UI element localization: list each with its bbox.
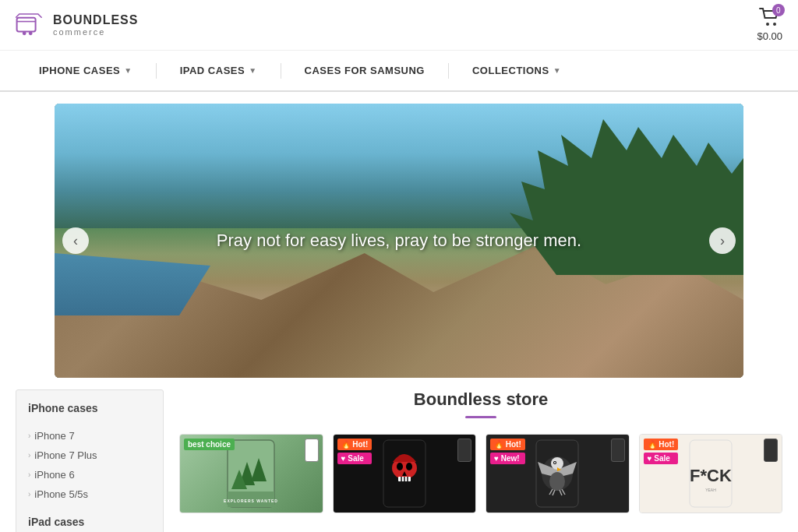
svg-point-13 — [397, 463, 403, 470]
sidebar-ipad-title: iPad cases — [28, 516, 151, 532]
product-card-2[interactable]: 🔥 Hot! ♥ Sale — [333, 434, 477, 513]
sidebar-item-iphone6[interactable]: › iPhone 6 — [28, 465, 151, 484]
logo-commerce: commerce — [53, 27, 138, 37]
nav-ipad-cases[interactable]: IPAD CASES ▼ — [157, 51, 281, 90]
cart-price: $0.00 — [757, 30, 782, 42]
products-grid: best choice EXPLORERS WANTED — [179, 434, 782, 513]
badge-new-3: ♥ New! — [490, 453, 525, 464]
sidebar-item-iphone7[interactable]: › iPhone 7 — [28, 426, 151, 446]
badge-hot-3: 🔥 Hot! — [490, 439, 525, 450]
sidebar-ipad-section: iPad cases › iPad mini 3/ mini 2/ mini ›… — [28, 516, 151, 532]
sidebar-iphone7-label: iPhone 7 — [34, 430, 74, 442]
product-card-1[interactable]: best choice EXPLORERS WANTED — [179, 434, 323, 513]
product-4-phone-indicator — [764, 439, 778, 462]
sidebar-item-iphone5[interactable]: › iPhone 5/5s — [28, 484, 151, 504]
trees-overlay — [510, 119, 743, 275]
store-title-underline — [465, 416, 496, 418]
svg-point-26 — [549, 472, 565, 491]
sidebar-iphone5-arrow: › — [28, 490, 30, 499]
store-title: Boundless store — [179, 389, 782, 410]
product-card-4[interactable]: 🔥 Hot! ♥ Sale F*CK YEAH — [639, 434, 783, 513]
product-4-badges: 🔥 Hot! ♥ Sale — [644, 439, 679, 464]
product-card-3[interactable]: 🔥 Hot! ♥ New! — [486, 434, 630, 513]
header: BOUNDLESS commerce 0 $0.00 — [0, 0, 798, 51]
slider-prev-button[interactable]: ‹ — [62, 227, 89, 254]
logo-icon — [16, 13, 47, 37]
product-1-badges: best choice — [184, 439, 235, 450]
nav-iphone-cases-label: IPHONE CASES — [39, 65, 120, 76]
badge-sale-2: ♥ Sale — [337, 453, 373, 464]
logo[interactable]: BOUNDLESS commerce — [16, 13, 138, 37]
sidebar-item-iphone7plus[interactable]: › iPhone 7 Plus — [28, 446, 151, 465]
svg-point-3 — [766, 23, 769, 26]
sidebar-iphone7-arrow: › — [28, 432, 30, 440]
sidebar-iphone6-label: iPhone 6 — [34, 469, 74, 481]
hero-slider: Pray not for easy lives, pray to be stro… — [55, 104, 743, 378]
main-content: iPhone cases › iPhone 7 › iPhone 7 Plus … — [0, 389, 798, 532]
product-1-phone-indicator — [305, 439, 319, 462]
cart-badge: 0 — [772, 4, 785, 16]
cart-button[interactable]: 0 $0.00 — [757, 8, 782, 42]
nav-bar: IPHONE CASES ▼ IPAD CASES ▼ CASES FOR SA… — [0, 51, 798, 92]
svg-point-14 — [406, 463, 412, 470]
nav-iphone-cases[interactable]: IPHONE CASES ▼ — [16, 51, 156, 90]
product-2-badges: 🔥 Hot! ♥ Sale — [337, 439, 373, 464]
sidebar: iPhone cases › iPhone 7 › iPhone 7 Plus … — [16, 389, 164, 532]
sidebar-iphone-title: iPhone cases — [28, 402, 151, 418]
badge-sale-4: ♥ Sale — [644, 453, 679, 464]
sidebar-iphone6-arrow: › — [28, 470, 30, 479]
logo-boundless: BOUNDLESS — [53, 13, 138, 27]
svg-point-25 — [554, 462, 556, 463]
product-3-svg — [534, 439, 581, 509]
svg-text:YEAH: YEAH — [705, 488, 716, 492]
slider-quote: Pray not for easy lives, pray to be stro… — [217, 231, 581, 251]
svg-rect-0 — [17, 18, 36, 32]
water-overlay — [55, 253, 210, 315]
nav-collections-arrow: ▼ — [553, 66, 561, 75]
badge-best-choice: best choice — [184, 439, 235, 450]
svg-text:EXPLORERS WANTED: EXPLORERS WANTED — [224, 499, 278, 503]
product-2-phone-indicator — [457, 439, 471, 462]
nav-ipad-cases-arrow: ▼ — [249, 66, 256, 75]
sidebar-iphone7plus-arrow: › — [28, 451, 30, 460]
svg-text:F*CK: F*CK — [690, 466, 732, 485]
sidebar-iphone5-label: iPhone 5/5s — [34, 488, 88, 500]
nav-iphone-cases-arrow: ▼ — [124, 66, 132, 75]
svg-point-2 — [29, 31, 33, 35]
nav-collections-label: COLLECTIONS — [472, 65, 549, 76]
nav-collections[interactable]: COLLECTIONS ▼ — [449, 51, 584, 90]
nav-ipad-cases-label: IPAD CASES — [180, 65, 245, 76]
product-4-svg: F*CK YEAH — [687, 439, 734, 509]
product-2-svg — [381, 439, 428, 509]
nav-samsung-cases[interactable]: CASES FOR SAMSUNG — [281, 51, 448, 90]
product-3-badges: 🔥 Hot! ♥ New! — [490, 439, 525, 464]
product-3-phone-indicator — [611, 439, 625, 462]
products-area: Boundless store best choice — [164, 389, 782, 532]
badge-hot-2: 🔥 Hot! — [337, 439, 373, 450]
cart-icon-wrap: 0 — [759, 8, 781, 29]
badge-hot-4: 🔥 Hot! — [644, 439, 679, 450]
logo-text: BOUNDLESS commerce — [53, 13, 138, 37]
sidebar-iphone7plus-label: iPhone 7 Plus — [34, 449, 97, 461]
svg-point-1 — [23, 31, 26, 35]
slider-next-button[interactable]: › — [709, 227, 736, 254]
nav-samsung-cases-label: CASES FOR SAMSUNG — [305, 65, 425, 76]
svg-point-4 — [773, 23, 776, 26]
